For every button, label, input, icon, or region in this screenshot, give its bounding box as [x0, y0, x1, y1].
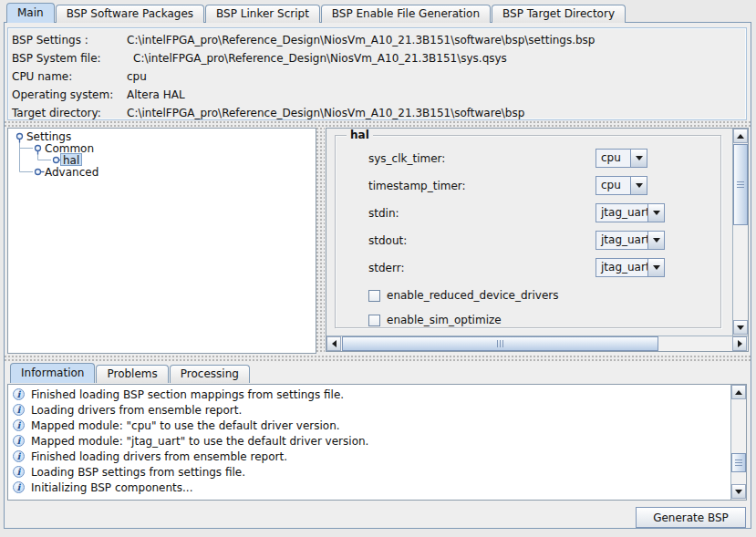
stdout-select[interactable]: jtag_uart — [595, 231, 665, 250]
stdout-label: stdout: — [368, 234, 407, 247]
settings-horizontal-scrollbar[interactable] — [326, 336, 748, 351]
timestamp-timer-value: cpu — [596, 177, 630, 194]
sys-clk-timer-label: sys_clk_timer: — [368, 152, 445, 165]
info-icon: i — [13, 466, 25, 478]
tab-bsp-linker-script[interactable]: BSP Linker Script — [205, 5, 320, 23]
tree-handle-collapsed-icon — [54, 158, 59, 163]
log-message: Mapped module: "cpu" to use the default … — [31, 419, 340, 432]
tree-handle-expanded-icon — [17, 134, 23, 139]
chevron-down-icon — [653, 265, 660, 270]
combo-arrow-button[interactable] — [647, 232, 664, 249]
info-icon: i — [13, 450, 25, 462]
summary-row: Target directory: C:\intelFPGA_pro\Refer… — [12, 106, 524, 120]
timestamp-timer-label: timestamp_timer: — [368, 180, 466, 192]
info-icon: i — [13, 435, 25, 447]
stdin-value: jtag_uart — [596, 204, 647, 222]
scrollbar-thumb[interactable] — [731, 453, 746, 472]
bsp-settings-value: C:\intelFPGA_pro\Reference_Design\NiosVm… — [127, 34, 595, 46]
stdin-select[interactable]: jtag_uart — [595, 203, 665, 222]
generate-bsp-label: Generate BSP — [653, 511, 729, 524]
tab-problems[interactable]: Problems — [96, 365, 168, 383]
enable-sim-optimize-label: enable_sim_optimize — [387, 314, 502, 326]
sys-clk-timer-select[interactable]: cpu — [595, 149, 647, 168]
scrollbar-thumb[interactable] — [733, 144, 748, 225]
tree-node-advanced[interactable]: Advanced — [45, 166, 98, 179]
splitter-vertical[interactable] — [316, 128, 325, 354]
splitter-horizontal-top[interactable] — [5, 121, 751, 127]
stderr-label: stderr: — [368, 262, 404, 274]
combo-arrow-button[interactable] — [630, 177, 647, 194]
tab-bsp-enable-file-generation[interactable]: BSP Enable File Generation — [321, 5, 491, 23]
arrow-left-icon — [332, 340, 337, 347]
scroll-up-button[interactable] — [731, 385, 746, 399]
combo-arrow-button[interactable] — [647, 204, 664, 222]
combo-arrow-button[interactable] — [630, 150, 647, 167]
cpu-name-label: CPU name: — [12, 70, 127, 83]
log-row: i Initializing BSP components... — [8, 480, 730, 495]
bsp-system-file-label: BSP System file: — [12, 52, 127, 65]
log-row: i Mapped module: "cpu" to use the defaul… — [8, 418, 730, 433]
log-row: i Mapped module: "jtag_uart" to use the … — [8, 433, 730, 449]
stderr-value: jtag_uart — [596, 259, 647, 276]
chevron-down-icon — [636, 156, 643, 160]
arrow-up-icon — [737, 134, 744, 139]
log-vertical-scrollbar[interactable] — [730, 385, 746, 500]
arrow-right-icon — [738, 340, 742, 347]
tab-bsp-target-directory[interactable]: BSP Target Directory — [492, 5, 626, 23]
stderr-select[interactable]: jtag_uart — [595, 258, 665, 277]
operating-system-label: Operating system: — [12, 88, 127, 101]
scrollbar-thumb[interactable] — [342, 336, 658, 351]
stdout-value: jtag_uart — [596, 232, 647, 249]
summary-row: BSP System file: C:\intelFPGA_pro\Refere… — [12, 51, 507, 66]
enable-sim-optimize-row: enable_sim_optimize — [368, 314, 502, 326]
summary-row: Operating system: Altera HAL — [12, 88, 185, 102]
log-message: Finished loading drivers from ensemble r… — [31, 450, 287, 463]
stdin-label: stdin: — [368, 207, 399, 220]
arrow-down-icon — [737, 325, 744, 330]
tree-handle-expanded-icon — [36, 146, 41, 151]
sys-clk-timer-value: cpu — [596, 150, 630, 167]
arrow-down-icon — [735, 490, 742, 494]
generate-bsp-button[interactable]: Generate BSP — [636, 507, 746, 528]
settings-vertical-scrollbar[interactable] — [732, 129, 748, 336]
chevron-down-icon — [653, 238, 660, 243]
scroll-left-button[interactable] — [326, 336, 341, 351]
tree-node-settings[interactable]: Settings — [26, 130, 71, 143]
log-message: Mapped module: "jtag_uart" to use the de… — [31, 435, 368, 448]
console-tab-bar: Information Problems Processing — [10, 364, 251, 383]
enable-reduced-device-drivers-checkbox[interactable] — [368, 290, 380, 302]
tab-processing[interactable]: Processing — [170, 365, 250, 383]
summary-row: BSP Settings : C:\intelFPGA_pro\Referenc… — [12, 33, 595, 47]
tab-bsp-software-packages[interactable]: BSP Software Packages — [56, 5, 204, 23]
info-icon: i — [13, 481, 25, 493]
scroll-up-button[interactable] — [733, 129, 748, 143]
log-row: i Finished loading drivers from ensemble… — [8, 449, 730, 464]
bsp-settings-label: BSP Settings : — [12, 34, 127, 46]
tab-information[interactable]: Information — [10, 363, 95, 383]
tree-node-hal[interactable]: hal — [60, 153, 82, 166]
log-message: Initializing BSP components... — [31, 481, 192, 494]
chevron-down-icon — [636, 183, 643, 188]
tab-main[interactable]: Main — [6, 3, 55, 23]
summary-row: CPU name: cpu — [12, 69, 147, 84]
info-icon: i — [13, 419, 25, 431]
chevron-down-icon — [653, 211, 660, 215]
scroll-down-button[interactable] — [731, 484, 746, 499]
log-message: Finished loading BSP section mappings fr… — [31, 388, 344, 401]
enable-sim-optimize-checkbox[interactable] — [368, 315, 380, 326]
scroll-right-button[interactable] — [732, 336, 747, 351]
bsp-summary-panel: BSP Settings : C:\intelFPGA_pro\Referenc… — [7, 27, 747, 120]
combo-arrow-button[interactable] — [647, 259, 664, 276]
timestamp-timer-select[interactable]: cpu — [595, 176, 647, 195]
scroll-down-button[interactable] — [733, 320, 748, 335]
target-directory-value: C:\intelFPGA_pro\Reference_Design\NiosVm… — [127, 107, 524, 119]
tree-handle-collapsed-icon — [36, 170, 41, 175]
target-directory-label: Target directory: — [12, 107, 127, 119]
bsp-editor-window: Main BSP Software Packages BSP Linker Sc… — [0, 0, 756, 537]
splitter-horizontal-bottom[interactable] — [5, 356, 751, 362]
log-row: i Loading BSP settings from settings fil… — [8, 464, 730, 480]
settings-tree: Settings Common hal Advanced — [7, 128, 316, 354]
enable-reduced-device-drivers-label: enable_reduced_device_drivers — [387, 289, 559, 302]
operating-system-value: Altera HAL — [127, 88, 185, 101]
bsp-system-file-value: C:\intelFPGA_pro\Reference_Design\NiosVm… — [127, 52, 507, 65]
